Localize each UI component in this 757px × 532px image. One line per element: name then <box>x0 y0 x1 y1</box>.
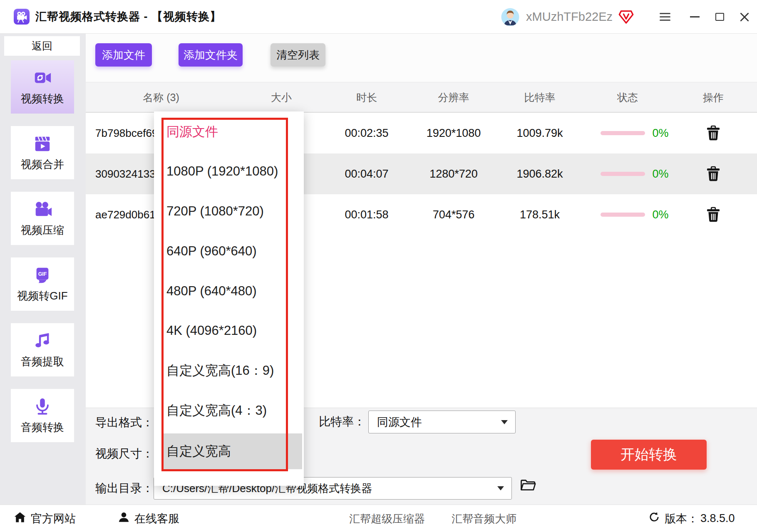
file-name: 7b798bcef69 <box>95 127 158 140</box>
progress-percent: 0% <box>652 127 668 140</box>
sidebar-item-label: 视频压缩 <box>21 223 64 238</box>
bitrate-label: 比特率： <box>319 414 365 430</box>
sidebar-nav: 视频转换 视频合并 <box>0 56 86 442</box>
video-convert-icon <box>33 68 52 89</box>
username: xMUzhTFb22Ez <box>526 10 613 24</box>
sidebar-item-video-to-gif[interactable]: GIF 视频转GIF <box>11 257 74 311</box>
partner-audio-link[interactable]: 汇帮音频大师 <box>452 511 516 526</box>
sidebar-item-video-compress[interactable]: 视频压缩 <box>11 192 74 245</box>
version-value: 3.8.5.0 <box>700 512 735 525</box>
sidebar-item-label: 音频提取 <box>21 354 64 369</box>
app-logo-icon <box>14 9 30 25</box>
folder-icon[interactable] <box>520 478 536 492</box>
add-folder-button[interactable]: 添加文件夹 <box>179 43 243 67</box>
person-icon <box>118 511 130 526</box>
dropdown-option-source[interactable]: 同源文件 <box>166 123 218 141</box>
home-icon <box>14 511 26 526</box>
video-merge-icon <box>33 134 52 155</box>
chevron-down-icon <box>501 420 508 424</box>
start-convert-button[interactable]: 开始转换 <box>591 440 707 470</box>
add-file-button[interactable]: 添加文件 <box>95 43 152 67</box>
output-dir-label: 输出目录： <box>95 480 154 496</box>
dropdown-option-720p[interactable]: 720P (1080*720) <box>166 204 264 219</box>
col-header-resolution: 分辨率 <box>438 90 469 104</box>
file-toolbar: 添加文件 添加文件夹 清空列表 <box>86 34 757 82</box>
delete-file-button[interactable] <box>707 207 720 223</box>
clear-list-button[interactable]: 清空列表 <box>271 43 325 67</box>
maximize-button[interactable] <box>707 0 732 34</box>
progress-bar <box>601 172 645 176</box>
file-name: 3090324133 <box>95 168 156 181</box>
file-name: ae729d0b61 <box>95 208 156 221</box>
titlebar: 汇帮视频格式转换器 - 【视频转换】 xMUzhTFb22Ez <box>0 0 757 34</box>
official-site-label: 官方网站 <box>31 511 76 526</box>
svg-text:GIF: GIF <box>38 271 47 277</box>
back-button[interactable]: 返回 <box>4 36 80 56</box>
avatar[interactable] <box>501 8 519 26</box>
minimize-button[interactable] <box>682 0 707 34</box>
bitrate-select[interactable]: 同源文件 <box>368 411 516 433</box>
sidebar-item-label: 音频转换 <box>21 420 64 435</box>
col-header-size: 大小 <box>271 90 292 104</box>
version-info: 版本：3.8.5.0 <box>648 511 735 526</box>
col-header-bitrate: 比特率 <box>524 90 556 104</box>
progress-bar <box>601 131 645 135</box>
refresh-icon[interactable] <box>648 511 660 526</box>
export-format-label: 导出格式： <box>95 415 154 431</box>
sidebar-item-label: 视频合并 <box>21 157 64 172</box>
delete-file-button[interactable] <box>707 126 720 141</box>
col-header-duration: 时长 <box>356 90 377 104</box>
file-duration: 00:02:35 <box>345 127 388 140</box>
file-resolution: 1920*1080 <box>427 127 481 140</box>
app-window: 汇帮视频格式转换器 - 【视频转换】 xMUzhTFb22Ez <box>0 0 757 532</box>
dropdown-option-custom[interactable]: 自定义宽高 <box>166 443 231 460</box>
video-compress-icon <box>33 200 52 220</box>
official-site-link[interactable]: 官方网站 <box>14 511 76 526</box>
audio-convert-icon <box>33 397 52 418</box>
video-size-label: 视频尺寸： <box>95 446 154 462</box>
audio-extract-icon <box>33 331 52 352</box>
file-bitrate: 1009.79k <box>516 127 563 140</box>
col-header-name: 名称 (3) <box>143 90 179 104</box>
table-header-row: 名称 (3) 大小 时长 分辨率 比特率 状态 操作 <box>86 82 757 113</box>
progress-percent: 0% <box>652 208 668 221</box>
sidebar-item-audio-extract[interactable]: 音频提取 <box>11 323 74 376</box>
version-label: 版本： <box>665 511 698 526</box>
online-service-link[interactable]: 在线客服 <box>118 511 179 526</box>
video-size-dropdown: 同源文件 1080P (1920*1080) 720P (1080*720) 6… <box>154 111 304 486</box>
progress-percent: 0% <box>652 168 668 181</box>
bitrate-value: 同源文件 <box>377 415 422 430</box>
sidebar-item-video-merge[interactable]: 视频合并 <box>11 126 74 179</box>
dropdown-option-480p[interactable]: 480P (640*480) <box>166 284 257 299</box>
dropdown-option-1080p[interactable]: 1080P (1920*1080) <box>166 164 278 179</box>
file-duration: 00:01:58 <box>345 208 388 221</box>
file-bitrate: 178.51k <box>520 208 560 221</box>
col-header-status: 状态 <box>617 90 638 104</box>
sidebar-item-label: 视频转GIF <box>17 289 67 303</box>
file-resolution: 1280*720 <box>429 168 478 181</box>
file-bitrate: 1906.82k <box>516 168 563 181</box>
dropdown-option-custom-43[interactable]: 自定义宽高(4：3) <box>166 402 267 419</box>
titlebar-right: xMUzhTFb22Ez <box>501 0 757 34</box>
online-service-label: 在线客服 <box>134 511 179 526</box>
dropdown-option-4k[interactable]: 4K (4096*2160) <box>166 323 257 338</box>
file-duration: 00:04:07 <box>345 168 388 181</box>
video-to-gif-icon: GIF <box>33 265 52 286</box>
vip-badge-icon[interactable] <box>618 9 634 25</box>
sidebar-item-audio-convert[interactable]: 音频转换 <box>11 389 74 442</box>
delete-file-button[interactable] <box>707 166 720 182</box>
progress-bar <box>601 213 645 217</box>
sidebar-item-label: 视频转换 <box>21 92 64 106</box>
col-header-action: 操作 <box>703 90 724 104</box>
menu-icon[interactable] <box>660 13 670 21</box>
sidebar-item-video-convert[interactable]: 视频转换 <box>11 60 74 114</box>
footer: 官方网站 在线客服 汇帮超级压缩器 汇帮音频大师 版本：3.8.5.0 <box>0 505 757 532</box>
file-resolution: 704*576 <box>433 208 475 221</box>
sidebar: 返回 视频转换 <box>0 34 86 505</box>
dropdown-option-custom-169[interactable]: 自定义宽高(16：9) <box>166 362 274 379</box>
close-button[interactable] <box>732 0 757 34</box>
chevron-down-icon <box>497 486 504 490</box>
dropdown-option-640p[interactable]: 640P (960*640) <box>166 244 257 259</box>
app-title: 汇帮视频格式转换器 - 【视频转换】 <box>35 9 221 24</box>
partner-compressor-link[interactable]: 汇帮超级压缩器 <box>349 511 425 526</box>
